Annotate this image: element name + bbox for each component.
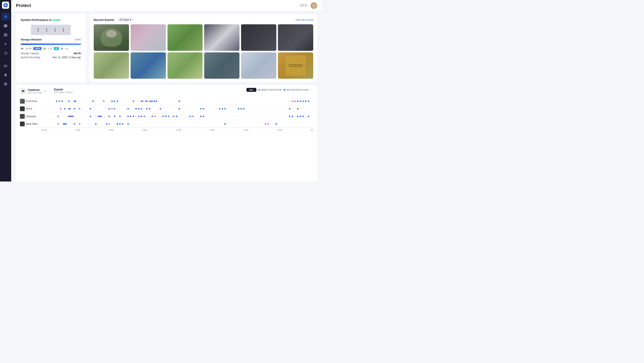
event-dot xyxy=(165,116,166,117)
filter-all-button[interactable]: ALL xyxy=(246,88,256,92)
event-thumbnail[interactable] xyxy=(241,52,276,79)
event-dot xyxy=(95,123,96,124)
event-thumbnail[interactable] xyxy=(130,24,166,51)
cameras-icon xyxy=(20,88,26,94)
performance-panel: System Performance is Great! Storage Uti… xyxy=(16,14,86,82)
sidebar-item-settings[interactable] xyxy=(2,80,10,88)
event-dot xyxy=(238,108,239,109)
event-dot xyxy=(154,100,155,102)
event-dot xyxy=(141,108,142,109)
camera-name-back-patio: Back Patio xyxy=(26,122,37,125)
camera-label-porch: Porch xyxy=(20,106,44,111)
svg-point-1 xyxy=(44,48,45,49)
event-thumbnail[interactable] xyxy=(278,24,313,51)
event-dot xyxy=(111,100,113,102)
track-line-porch[interactable] xyxy=(44,105,313,113)
sidebar-item-bell[interactable] xyxy=(2,71,10,79)
event-dot xyxy=(103,100,104,102)
sidebar-item-history[interactable] xyxy=(2,49,10,57)
event-dot xyxy=(222,108,223,109)
event-dot xyxy=(119,123,121,124)
avatar[interactable]: U xyxy=(310,2,317,9)
event-dot xyxy=(292,100,293,102)
app-logo[interactable] xyxy=(2,1,9,9)
track-line-driveway[interactable] xyxy=(44,113,313,120)
event-dot xyxy=(56,100,58,102)
sidebar-item-play[interactable] xyxy=(2,40,10,48)
event-dot xyxy=(114,100,115,102)
view-all-events-link[interactable]: View All Events xyxy=(296,18,313,21)
event-dot xyxy=(75,100,76,102)
event-dot xyxy=(108,108,110,109)
time-label: 9 PM xyxy=(277,129,282,131)
all-types-filter[interactable]: All Types ▾ xyxy=(118,17,133,22)
event-dot xyxy=(117,100,118,102)
event-dot xyxy=(192,116,194,117)
event-thumbnail[interactable] xyxy=(278,52,313,79)
event-dot xyxy=(108,123,110,124)
event-thumbnail[interactable] xyxy=(94,52,129,79)
storage-capacity-row: Storage Capacity 18d 5h xyxy=(21,52,81,55)
motion-detection-legend: MOTION DETECTION xyxy=(284,89,308,91)
event-dot xyxy=(100,116,102,117)
sidebar-item-camera[interactable] xyxy=(2,22,10,30)
event-thumbnail[interactable] xyxy=(204,52,240,79)
event-dot xyxy=(138,108,140,109)
camera-name-driveway: Driveway xyxy=(26,115,36,118)
event-thumbnail[interactable] xyxy=(130,52,166,79)
storage-bar xyxy=(21,43,81,45)
events-stats-section: Events 123 Today / 98 Avg xyxy=(54,88,72,93)
cameras-chevron-icon[interactable]: ▾ xyxy=(45,90,46,92)
event-dot xyxy=(128,123,129,124)
camera-label-back-patio: Back Patio xyxy=(20,121,44,126)
event-thumbnail[interactable] xyxy=(241,24,276,51)
events-title: Recent Events xyxy=(94,18,114,21)
time-label: 9 AM xyxy=(142,129,147,131)
event-dot xyxy=(133,100,134,102)
events-grid xyxy=(94,24,313,79)
smart-detection-dot xyxy=(258,89,260,91)
event-dot xyxy=(179,108,180,109)
sidebar-item-home[interactable] xyxy=(2,12,10,20)
event-thumbnail[interactable] xyxy=(168,52,203,79)
event-dot xyxy=(146,100,148,102)
event-thumbnail[interactable] xyxy=(204,24,240,51)
cameras-section: Cameras Home (6 Total) ▾ xyxy=(20,88,46,94)
smart-detection-legend: SMART DETECTION xyxy=(258,89,282,91)
event-dot xyxy=(60,108,62,109)
event-dot xyxy=(224,123,226,124)
track-line-front-door[interactable] xyxy=(44,97,313,105)
time-axis: 12 AM3 AM6 AM9 AM12 PM3 PM6 PM9 PMNOW xyxy=(44,128,313,133)
event-dot xyxy=(224,108,226,109)
grid-icon[interactable]: ⠿⠿⠿ xyxy=(300,3,307,8)
event-dot xyxy=(308,116,309,117)
event-dot xyxy=(203,108,204,109)
events-header: Recent Events All Types ▾ View All Event… xyxy=(94,17,313,22)
main-content: Protect ⠿⠿⠿ U System Performance is Grea… xyxy=(11,0,322,181)
event-dot xyxy=(79,123,80,124)
sidebar-item-grid[interactable] xyxy=(2,31,10,39)
event-dot xyxy=(114,108,115,109)
track-line-back-patio[interactable] xyxy=(44,120,313,128)
event-dot xyxy=(74,108,75,109)
camera-label-front-door: Front Door xyxy=(20,99,44,104)
event-thumbnail[interactable] xyxy=(94,24,129,51)
event-dot xyxy=(276,123,277,124)
event-dot xyxy=(152,100,153,102)
event-thumbnail[interactable] xyxy=(168,24,203,51)
camera-name-porch: Porch xyxy=(26,107,32,110)
time-label: NOW xyxy=(311,129,313,131)
filter-more-icon[interactable]: ⋮ xyxy=(310,88,313,91)
sidebar-item-users[interactable] xyxy=(2,62,10,70)
camera-thumb-front-door xyxy=(20,99,25,104)
motion-detection-dot xyxy=(284,89,285,91)
storage-label: Storage Utilization xyxy=(21,38,42,41)
event-dot xyxy=(146,108,148,109)
event-dot xyxy=(128,108,129,109)
storage-info-row: 24 TB 1080p x 10 4K x 6 xyxy=(21,47,81,50)
event-dot xyxy=(68,100,70,102)
event-dot xyxy=(289,116,290,117)
timeline-header: Cameras Home (6 Total) ▾ Events 123 Toda… xyxy=(20,88,313,96)
event-dot xyxy=(302,100,304,102)
event-dot xyxy=(200,116,202,117)
